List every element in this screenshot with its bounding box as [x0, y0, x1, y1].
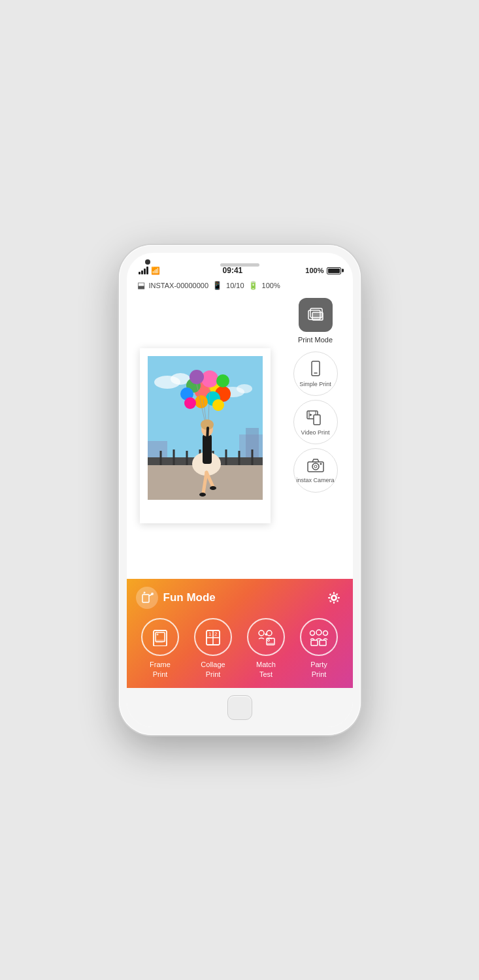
match-test-icon: [256, 628, 276, 646]
device-battery-label: 100%: [262, 282, 280, 289]
device-name-label: INSTAX-00000000: [149, 282, 209, 289]
svg-point-15: [184, 397, 196, 409]
svg-point-53: [312, 463, 319, 470]
collage-print-icon: 1 2: [204, 628, 222, 646]
photo-count-label: 10/10: [226, 282, 244, 289]
svg-point-87: [310, 631, 315, 636]
svg-point-54: [314, 465, 317, 468]
video-print-button[interactable]: Video Print: [293, 400, 338, 444]
frame-print-circle: [141, 618, 179, 656]
right-sidebar: Print Mode Simple Print: [281, 293, 353, 579]
home-button-area: [127, 688, 353, 727]
party-print-label: Party Print: [310, 660, 327, 679]
instax-frame: [140, 348, 271, 523]
device-battery-icon: 🔋: [248, 281, 258, 290]
phone-screen: 📶 09:41 100% ⬓ INSTAX-00000000 📱 10/10 🔋…: [127, 253, 353, 727]
home-button[interactable]: [227, 695, 252, 720]
svg-point-58: [151, 593, 154, 595]
svg-point-83: [267, 630, 272, 636]
party-print-button[interactable]: Party Print: [295, 618, 344, 679]
fun-mode-title-group: Fun Mode: [136, 587, 216, 609]
collage-print-circle: 1 2: [194, 618, 232, 656]
instax-camera-icon: [306, 457, 325, 476]
svg-text:1: 1: [208, 631, 212, 637]
photo-preview-area: [127, 293, 281, 579]
frame-print-button[interactable]: Frame Print: [136, 618, 185, 679]
svg-point-74: [157, 634, 159, 636]
gear-icon: [327, 591, 341, 605]
fun-mode-sparkle-icon: [140, 591, 154, 604]
camera-dot: [145, 259, 150, 265]
print-mode-stacked-photos-icon: [306, 305, 325, 325]
svg-rect-68: [329, 594, 331, 596]
svg-point-82: [259, 630, 264, 636]
video-print-label: Video Print: [301, 429, 330, 436]
video-camera-icon: [306, 408, 325, 425]
photo-count-icon: 📱: [212, 281, 222, 290]
phone-device: 📶 09:41 100% ⬓ INSTAX-00000000 📱 10/10 🔋…: [119, 245, 361, 735]
svg-point-88: [316, 630, 322, 635]
collage-print-label: Collage Print: [201, 660, 225, 679]
speaker-slot: [220, 263, 259, 267]
svg-point-8: [201, 370, 218, 387]
svg-rect-64: [333, 592, 335, 594]
simple-print-button[interactable]: Simple Print: [293, 351, 338, 396]
fun-mode-title: Fun Mode: [163, 591, 216, 604]
svg-line-37: [207, 428, 208, 441]
svg-rect-50: [314, 415, 320, 425]
svg-text:2: 2: [214, 631, 218, 637]
party-print-circle: [300, 618, 338, 656]
phone-top-decorations: [127, 253, 353, 271]
video-print-icon: [306, 408, 325, 429]
match-test-circle: [247, 618, 285, 656]
svg-rect-66: [328, 597, 330, 598]
instax-camera-label: instax Camera: [296, 477, 334, 484]
fun-mode-section: Fun Mode: [127, 579, 353, 688]
fun-mode-header: Fun Mode: [136, 587, 344, 609]
frame-print-icon: [151, 628, 169, 646]
svg-point-16: [212, 399, 224, 411]
svg-rect-71: [329, 600, 331, 603]
svg-point-13: [195, 395, 208, 408]
fun-mode-icon-circle: [136, 587, 158, 609]
collage-print-button[interactable]: 1 2 Collage Print: [189, 618, 238, 679]
svg-point-55: [320, 463, 322, 465]
svg-rect-67: [338, 597, 340, 598]
svg-point-40: [210, 486, 216, 490]
svg-point-62: [332, 596, 336, 600]
main-content-area: Print Mode Simple Print: [127, 293, 353, 579]
phone-outline-icon: [307, 360, 324, 377]
match-test-button[interactable]: Match Test: [242, 618, 291, 679]
svg-rect-91: [320, 640, 326, 645]
photo-svg: [148, 356, 263, 500]
print-mode-label: Print Mode: [298, 336, 333, 344]
svg-point-4: [237, 384, 252, 393]
bluetooth-icon: ⬓: [137, 280, 145, 290]
svg-rect-69: [336, 600, 339, 603]
party-print-icon: [308, 628, 329, 646]
settings-button[interactable]: [324, 588, 344, 608]
svg-point-89: [323, 631, 328, 636]
simple-print-label: Simple Print: [299, 381, 331, 388]
svg-rect-56: [142, 595, 149, 602]
svg-point-41: [199, 493, 206, 497]
frame-print-label: Frame Print: [150, 660, 171, 679]
fun-mode-buttons: Frame Print 1 2: [136, 618, 344, 679]
camera-icon: [306, 457, 325, 473]
svg-point-9: [190, 370, 204, 384]
print-mode-icon-button[interactable]: [299, 298, 333, 332]
svg-marker-51: [310, 414, 312, 416]
svg-point-14: [216, 374, 229, 387]
svg-point-85: [268, 640, 270, 642]
svg-rect-44: [312, 312, 323, 320]
instax-camera-button[interactable]: instax Camera: [293, 448, 338, 493]
device-info-bar: ⬓ INSTAX-00000000 📱 10/10 🔋 100%: [127, 278, 353, 293]
simple-print-icon: [307, 360, 324, 380]
instax-photo: [148, 356, 263, 500]
match-test-label: Match Test: [256, 660, 276, 679]
svg-rect-90: [311, 640, 318, 645]
svg-rect-65: [333, 602, 335, 604]
